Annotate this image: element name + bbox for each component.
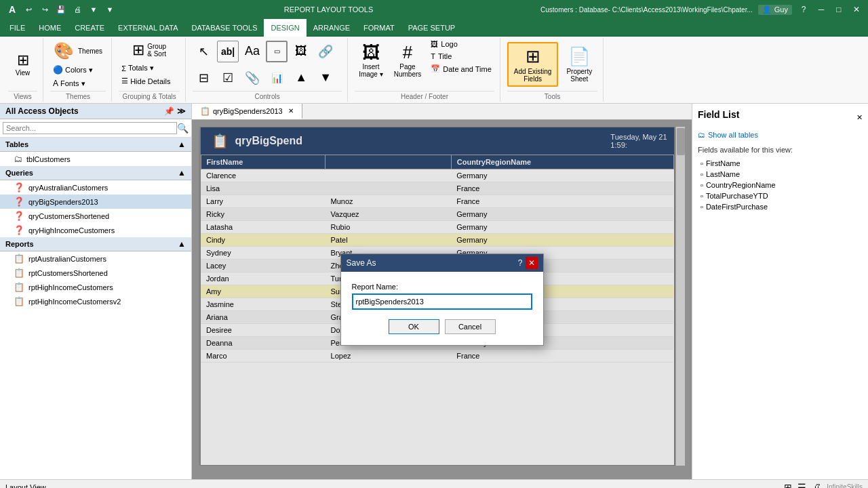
field-list-close-button[interactable]: ✕ — [856, 113, 863, 122]
nav-pin-button[interactable]: 📌 — [164, 106, 174, 116]
add-existing-fields-button[interactable]: ⊞ Add Existing Fields — [507, 42, 559, 87]
group-sort-label: Group & Sort — [147, 43, 166, 58]
tab-bar: 📋 qryBigSpenders2013 ✕ — [192, 104, 692, 120]
reports-section-chevron[interactable]: ▲ — [178, 239, 186, 249]
nav-item-qrybigspenders[interactable]: ❓ qryBigSpenders2013 — [0, 195, 191, 209]
create-menu[interactable]: CREATE — [68, 19, 111, 37]
themes-button[interactable]: 🎨 Themes — [50, 39, 106, 62]
scroll-up-control[interactable]: ▲ — [290, 67, 312, 89]
field-list-item[interactable]: ▫CountryRegionName — [698, 180, 863, 190]
design-menu[interactable]: DESIGN — [264, 19, 306, 37]
nav-pane-title: All Access Objects — [5, 106, 79, 116]
add-fields-icon: ⊞ — [526, 46, 540, 67]
field-list-item[interactable]: ▫LastName — [698, 169, 863, 180]
ribbon: ⊞ View Views 🎨 Themes 🔵 Colors ▾ A Fon — [0, 37, 868, 104]
align-left-control[interactable]: ⊟ — [193, 67, 214, 89]
checkbox-control[interactable]: ☑ — [217, 67, 239, 89]
cursor-control[interactable]: ↖ — [193, 41, 214, 62]
field-list-item[interactable]: ▫TotalPurchaseYTD — [698, 190, 863, 201]
add-fields-label: Add Existing Fields — [514, 68, 552, 83]
date-time-button[interactable]: 📅 Date and Time — [428, 64, 494, 74]
format-menu[interactable]: FORMAT — [357, 19, 401, 37]
rectangle-control[interactable]: ▭ — [266, 41, 288, 62]
database-tools-menu[interactable]: DATABASE TOOLS — [184, 19, 264, 37]
text-box-control[interactable]: ab| — [217, 41, 239, 62]
report-icon: 📋 — [14, 253, 24, 264]
field-list-item[interactable]: ▫DateFirstPurchase — [698, 201, 863, 212]
user-name: Guy — [774, 5, 788, 14]
undo-button[interactable]: ↩ — [22, 3, 35, 16]
nav-item-rpthighincomev2[interactable]: 📋 rptHighIncomeCustomersv2 — [0, 294, 191, 308]
nav-header-right: 📌 ≫ — [164, 106, 186, 116]
page-numbers-button[interactable]: # Page Numbers — [390, 39, 426, 81]
nav-chevron-button[interactable]: ≫ — [177, 106, 186, 116]
controls-group-label: Controls — [193, 91, 342, 100]
file-menu[interactable]: FILE — [3, 19, 32, 37]
nav-item-qryaustralian[interactable]: ❓ qryAustralianCustomers — [0, 180, 191, 195]
show-all-tables-button[interactable]: 🗂 Show all tables — [698, 131, 863, 139]
maximize-button[interactable]: □ — [833, 3, 845, 16]
property-sheet-button[interactable]: 📄 Property Sheet — [561, 43, 597, 85]
fonts-button[interactable]: A Fonts ▾ — [50, 77, 88, 89]
title-bar-left: A ↩ ↪ 💾 🖨 ▼ ▼ — [5, 3, 117, 16]
view-button[interactable]: ⊞ View — [9, 51, 37, 79]
customize-qat-button[interactable]: ▼ — [103, 3, 117, 16]
datasheet-view-icon[interactable]: ☰ — [797, 482, 806, 489]
tables-section-header[interactable]: Tables ▲ — [0, 138, 191, 152]
nav-item-rpthighincome[interactable]: 📋 rptHighIncomeCustomers — [0, 280, 191, 294]
hyperlink-control[interactable]: 🔗 — [315, 41, 336, 62]
queries-section-chevron[interactable]: ▲ — [178, 168, 186, 178]
print-button[interactable]: 🖨 — [71, 3, 84, 16]
nav-item-qrycustomers-shortened[interactable]: ❓ qryCustomersShortened — [0, 209, 191, 223]
title-button[interactable]: T Title — [428, 52, 494, 61]
image-control[interactable]: 🖼 — [290, 41, 312, 62]
dialog-help-button[interactable]: ? — [518, 258, 523, 268]
views-group: ⊞ View Views — [3, 38, 43, 102]
active-tab[interactable]: 📋 qryBigSpenders2013 ✕ — [192, 104, 302, 119]
field-list-item[interactable]: ▫FirstName — [698, 158, 863, 169]
save-button[interactable]: 💾 — [54, 3, 68, 16]
tables-section-chevron[interactable]: ▲ — [178, 140, 186, 149]
dialog-cancel-button[interactable]: Cancel — [445, 319, 496, 334]
tables-section-label: Tables — [5, 140, 28, 148]
nav-pane-content: Tables ▲ 🗂 tblCustomers Queries ▲ ❓ qryA… — [0, 138, 191, 479]
nav-pane-header: All Access Objects 📌 ≫ — [0, 104, 191, 119]
menu-bar: FILE HOME CREATE EXTERNAL DATA DATABASE … — [0, 19, 868, 37]
page-setup-menu[interactable]: PAGE SETUP — [401, 19, 462, 37]
report-icon: 📋 — [14, 296, 24, 306]
nav-item-qryhighincome[interactable]: ❓ qryHighIncomeCustomers — [0, 223, 191, 237]
print-preview-icon[interactable]: 🖨 — [812, 482, 821, 489]
nav-item-tblcustomers[interactable]: 🗂 tblCustomers — [0, 152, 191, 166]
tab-close-icon[interactable]: ✕ — [288, 107, 294, 115]
themes-group: 🎨 Themes 🔵 Colors ▾ A Fonts ▾ Themes — [45, 38, 112, 102]
layout-view-icon[interactable]: ⊞ — [784, 482, 792, 489]
infiniteskills-watermark: InfiniteSkills — [827, 483, 863, 488]
group-sort-button[interactable]: ⊞ Group & Sort — [119, 39, 180, 61]
dialog-ok-button[interactable]: OK — [389, 319, 439, 334]
colors-button[interactable]: 🔵 Colors ▾ — [50, 64, 96, 76]
help-button[interactable]: ? — [797, 3, 810, 16]
arrange-menu[interactable]: ARRANGE — [307, 19, 357, 37]
close-button[interactable]: ✕ — [850, 3, 863, 16]
dialog-close-button[interactable]: ✕ — [526, 257, 538, 269]
font-control[interactable]: Aa — [241, 41, 263, 62]
filter-button[interactable]: ▼ — [87, 3, 100, 16]
search-input[interactable] — [3, 122, 177, 134]
redo-button[interactable]: ↪ — [38, 3, 52, 16]
nav-item-rptaustralian[interactable]: 📋 rptAustralianCustomers — [0, 251, 191, 266]
attachment-control[interactable]: 📎 — [241, 67, 263, 89]
external-data-menu[interactable]: EXTERNAL DATA — [111, 19, 184, 37]
reports-section-header[interactable]: Reports ▲ — [0, 237, 191, 251]
totals-button[interactable]: Σ Totals ▾ — [119, 62, 157, 74]
insert-image-button[interactable]: 🖼 Insert Image ▾ — [355, 39, 387, 81]
dialog-report-name-input[interactable] — [352, 293, 532, 310]
nav-item-rptshortened[interactable]: 📋 rptCustomersShortened — [0, 266, 191, 280]
field-icon: ▫ — [701, 170, 703, 178]
scroll-down-control[interactable]: ▼ — [315, 67, 336, 89]
queries-section-header[interactable]: Queries ▲ — [0, 166, 191, 180]
hide-details-button[interactable]: ☰ Hide Details — [119, 75, 173, 87]
chart-control[interactable]: 📊 — [266, 67, 288, 89]
minimize-button[interactable]: ─ — [815, 3, 827, 16]
home-menu[interactable]: HOME — [32, 19, 68, 37]
logo-button[interactable]: 🖼 Logo — [428, 39, 494, 49]
